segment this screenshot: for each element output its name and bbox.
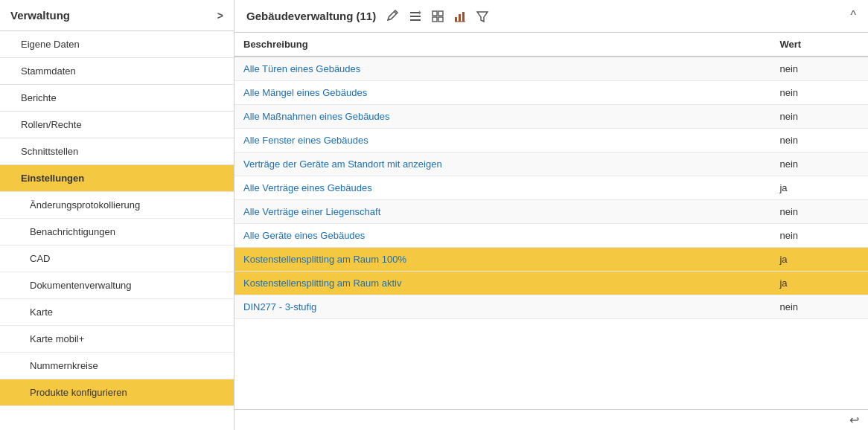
sidebar-title: Verwaltung bbox=[10, 9, 70, 22]
table-header-row: Beschreibung Wert bbox=[234, 33, 868, 57]
sidebar-item-dokumentenverwaltung[interactable]: Dokumentenverwaltung bbox=[0, 272, 234, 299]
table-cell-desc[interactable]: Alle Verträge einer Liegenschaft bbox=[234, 199, 770, 223]
table-cell-val: nein bbox=[770, 295, 868, 318]
table-row: Kostenstellensplitting am Raum aktivja bbox=[234, 271, 868, 295]
table-cell-val: ja bbox=[770, 176, 868, 199]
svg-rect-6 bbox=[438, 17, 443, 22]
table-cell-desc[interactable]: DIN277 - 3-stufig bbox=[234, 295, 770, 318]
main-title: Gebäudeverwaltung (11) bbox=[246, 10, 376, 22]
table-cell-desc[interactable]: Alle Türen eines Gebäudes bbox=[234, 57, 770, 81]
main-content: Gebäudeverwaltung (11) bbox=[234, 0, 868, 430]
table-cell-val: nein bbox=[770, 152, 868, 176]
table-cell-desc[interactable]: Alle Maßnahmen eines Gebäudes bbox=[234, 104, 770, 128]
filter-icon[interactable] bbox=[474, 7, 491, 25]
sidebar-header: Verwaltung > bbox=[0, 0, 234, 31]
sidebar-item-aenderungsprotokollierung[interactable]: Änderungsprotokollierung bbox=[0, 192, 234, 219]
table-body: Alle Türen eines GebäudesneinAlle Mängel… bbox=[234, 57, 868, 319]
svg-rect-2 bbox=[410, 19, 421, 21]
table-cell-val: nein bbox=[770, 80, 868, 104]
svg-rect-8 bbox=[459, 14, 461, 22]
svg-rect-0 bbox=[410, 12, 421, 13]
table-row: Alle Verträge einer Liegenschaftnein bbox=[234, 199, 868, 223]
table-row: Alle Mängel eines Gebäudesnein bbox=[234, 80, 868, 104]
svg-rect-4 bbox=[438, 11, 443, 16]
table-cell-val: nein bbox=[770, 199, 868, 223]
main-header: Gebäudeverwaltung (11) bbox=[234, 0, 868, 33]
sidebar-item-stammdaten[interactable]: Stammdaten bbox=[0, 58, 234, 85]
sidebar-collapse-button[interactable]: > bbox=[217, 10, 223, 22]
svg-rect-3 bbox=[433, 11, 437, 16]
table-row: Alle Verträge eines Gebäudesja bbox=[234, 176, 868, 199]
grid-icon[interactable] bbox=[430, 7, 446, 25]
sidebar-item-benachrichtigungen[interactable]: Benachrichtigungen bbox=[0, 219, 234, 246]
table-cell-desc[interactable]: Kostenstellensplitting am Raum aktiv bbox=[234, 271, 770, 295]
table-cell-desc[interactable]: Verträge der Geräte am Standort mit anze… bbox=[234, 152, 770, 176]
table-cell-val: nein bbox=[770, 104, 868, 128]
table-cell-val: nein bbox=[770, 223, 868, 247]
svg-rect-9 bbox=[462, 12, 465, 22]
sidebar-item-rollen-rechte[interactable]: Rollen/Rechte bbox=[0, 112, 234, 138]
table-row: Kostenstellensplitting am Raum 100%ja bbox=[234, 247, 868, 271]
table-row: Alle Türen eines Gebäudesnein bbox=[234, 57, 868, 81]
column-header-desc: Beschreibung bbox=[234, 33, 770, 57]
column-header-val: Wert bbox=[770, 33, 868, 57]
table-cell-val: nein bbox=[770, 128, 868, 152]
sidebar-item-schnittstellen[interactable]: Schnittstellen bbox=[0, 138, 234, 165]
data-table: Beschreibung Wert Alle Türen eines Gebäu… bbox=[234, 33, 868, 319]
table-row: Alle Geräte eines Gebäudesnein bbox=[234, 223, 868, 247]
table-row: Verträge der Geräte am Standort mit anze… bbox=[234, 152, 868, 176]
svg-rect-5 bbox=[433, 17, 437, 22]
sidebar-item-karte[interactable]: Karte bbox=[0, 299, 234, 326]
svg-marker-11 bbox=[477, 12, 488, 22]
back-icon[interactable]: ↩ bbox=[849, 413, 859, 427]
table-cell-val: ja bbox=[770, 271, 868, 295]
sidebar-item-cad[interactable]: CAD bbox=[0, 246, 234, 272]
table-cell-desc[interactable]: Alle Verträge eines Gebäudes bbox=[234, 176, 770, 199]
sidebar-item-einstellungen[interactable]: Einstellungen bbox=[0, 165, 234, 192]
table-cell-desc[interactable]: Kostenstellensplitting am Raum 100% bbox=[234, 247, 770, 271]
table-container: Beschreibung Wert Alle Türen eines Gebäu… bbox=[234, 33, 868, 409]
table-cell-desc[interactable]: Alle Geräte eines Gebäudes bbox=[234, 223, 770, 247]
sidebar-item-berichte[interactable]: Berichte bbox=[0, 85, 234, 112]
sidebar-item-karte-mobil[interactable]: Karte mobil+ bbox=[0, 326, 234, 353]
svg-rect-7 bbox=[455, 17, 457, 22]
sidebar: Verwaltung > Eigene DatenStammdatenBeric… bbox=[0, 0, 234, 430]
table-cell-desc[interactable]: Alle Mängel eines Gebäudes bbox=[234, 80, 770, 104]
sidebar-item-produkte-konfigurieren[interactable]: Produkte konfigurieren bbox=[0, 379, 234, 406]
main-footer: ↩ bbox=[234, 409, 868, 430]
collapse-button[interactable]: ^ bbox=[850, 9, 856, 22]
table-cell-val: nein bbox=[770, 57, 868, 81]
main-header-left: Gebäudeverwaltung (11) bbox=[246, 7, 491, 25]
edit-icon[interactable] bbox=[385, 7, 401, 25]
sidebar-item-nummernkreise[interactable]: Nummernkreise bbox=[0, 353, 234, 379]
svg-rect-1 bbox=[410, 16, 421, 17]
table-row: DIN277 - 3-stufignein bbox=[234, 295, 868, 318]
table-row: Alle Maßnahmen eines Gebäudesnein bbox=[234, 104, 868, 128]
table-cell-val: ja bbox=[770, 247, 868, 271]
table-row: Alle Fenster eines Gebäudesnein bbox=[234, 128, 868, 152]
table-cell-desc[interactable]: Alle Fenster eines Gebäudes bbox=[234, 128, 770, 152]
sidebar-items: Eigene DatenStammdatenBerichteRollen/Rec… bbox=[0, 31, 234, 406]
list-icon[interactable] bbox=[407, 7, 424, 25]
toolbar-icons bbox=[385, 7, 491, 25]
chart-icon[interactable] bbox=[452, 7, 468, 25]
sidebar-item-eigene-daten[interactable]: Eigene Daten bbox=[0, 31, 234, 58]
